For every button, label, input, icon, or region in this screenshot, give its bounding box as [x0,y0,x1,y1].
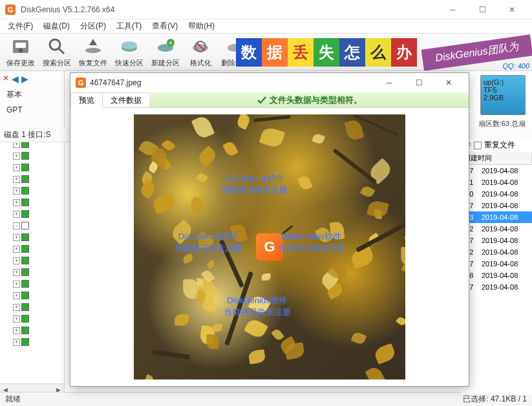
expand-icon[interactable]: + [13,246,20,253]
tree-color-icon [21,245,29,253]
tool-search[interactable]: 搜索分区 [39,35,75,69]
file-row[interactable]: :012019-04-08 [461,176,532,188]
nav-back-icon[interactable]: ◀ [12,74,19,84]
file-row[interactable]: :132019-04-08 [461,211,532,223]
tree-row[interactable]: + [0,290,64,301]
tree-color-icon [21,326,29,334]
file-row[interactable]: :272019-04-08 [461,258,532,270]
partition-name: up(G:) [484,78,522,86]
tree-color-icon [21,175,29,183]
tree-row[interactable]: + [0,162,64,173]
menu-file[interactable]: 文件(F) [3,19,38,33]
expand-icon[interactable]: + [13,234,20,241]
statusbar: 就绪 已选择: 47.1KB / 1 [0,392,532,406]
tree-color-icon [21,303,29,311]
check-icon [257,95,267,105]
tool-format[interactable]: 格式化 [184,35,217,69]
left-gpt[interactable]: GPT [0,103,64,117]
preview-close[interactable]: ✕ [434,73,463,92]
file-row[interactable]: :522019-04-08 [461,246,532,258]
svg-text:G: G [8,6,14,14]
format-icon [190,36,211,57]
file-row[interactable]: :322019-04-08 [461,223,532,235]
tree-row[interactable]: + [0,301,64,313]
nav-fwd-icon[interactable]: ▶ [21,74,28,84]
expand-icon[interactable]: + [13,304,20,311]
tree-row[interactable]: - [0,220,64,231]
expand-icon[interactable]: + [13,176,20,183]
tree-row[interactable]: + [0,255,64,266]
tree-row[interactable]: + [0,197,64,208]
tree-row[interactable]: + [0,173,64,185]
close-button[interactable]: ✕ [497,0,527,19]
menu-disk[interactable]: 磁盘(D) [38,19,75,33]
left-basic[interactable]: 基本 [0,87,64,103]
app-icon: G [5,5,16,15]
tree-row[interactable]: + [0,313,64,325]
expand-icon[interactable]: + [13,153,20,160]
banner-char: 丢 [288,38,314,67]
window-title: DiskGenius V5.1.2.766 x64 [21,5,438,14]
file-row[interactable]: :272019-04-08 [461,281,532,293]
preview-minimize[interactable]: ─ [374,73,404,92]
expand-icon[interactable]: + [13,211,20,218]
menu-partition[interactable]: 分区(P) [75,19,111,33]
tree-color-icon [21,257,29,264]
tree-row[interactable]: + [0,231,64,243]
menu-tools[interactable]: 工具(T) [111,19,147,33]
svg-point-7 [85,48,101,53]
column-header[interactable]: 创建时间 [461,152,532,165]
file-row[interactable]: :372019-04-08 [461,165,532,176]
tree-row[interactable]: + [0,325,64,336]
tool-new[interactable]: +新建分区 [147,35,184,69]
file-row[interactable]: :572019-04-08 [461,200,532,211]
tab-preview[interactable]: 预览 [70,92,103,108]
tool-save[interactable]: 保存更改 [3,35,39,69]
tree-row[interactable]: + [0,336,64,348]
preview-titlebar[interactable]: G 46747647.jpeg ─ ☐ ✕ [70,73,469,92]
expand-icon[interactable]: + [13,269,20,276]
sector-info: 扇区数:63 总扇 [478,119,526,129]
minimize-button[interactable]: ─ [438,0,467,19]
tool-recover[interactable]: 恢复文件 [75,35,111,69]
expand-icon[interactable]: - [13,222,20,230]
dup-checkbox[interactable] [474,142,482,149]
tree-color-icon [21,280,29,288]
file-row[interactable]: :182019-04-08 [461,270,532,281]
svg-text:G: G [78,79,84,87]
preview-image: G DiskGenius软件当前拷贝尚未注册 DiskGenius软件当前拷贝尚… [134,114,405,379]
expand-icon[interactable]: + [13,315,20,323]
tree-row[interactable]: + [0,185,64,197]
menu-view[interactable]: 查看(V) [147,19,183,33]
expand-icon[interactable]: + [13,327,20,334]
expand-icon[interactable]: + [13,339,20,346]
tree-row[interactable]: + [0,208,64,220]
maximize-button[interactable]: ☐ [467,0,497,19]
expand-icon[interactable]: + [13,164,20,171]
tree-row[interactable]: + [0,266,64,278]
file-row[interactable]: :202019-04-08 [461,188,532,200]
nav-close-icon[interactable]: ✕ [3,74,9,84]
banner-qq: QQ: 400 [502,62,529,70]
tree-color-icon [21,152,29,160]
expand-icon[interactable]: + [13,187,20,195]
tab-filedata[interactable]: 文件数据 [102,92,150,107]
expand-icon[interactable]: + [13,292,20,299]
tool-quick[interactable]: 快速分区 [111,35,147,69]
tree-row[interactable]: + [0,150,64,162]
preview-maximize[interactable]: ☐ [404,73,434,92]
expand-icon[interactable]: + [13,257,20,264]
menu-help[interactable]: 帮助(H) [183,19,220,33]
tree-row[interactable]: + [0,243,64,255]
toolbar: 保存更改 搜索分区 恢复文件 快速分区 +新建分区 格式化 ×删除分区 备份分区… [0,34,532,71]
tree-row[interactable]: + [0,278,64,290]
preview-status: 文件头数据与类型相符。 [149,92,469,107]
partition-block[interactable]: up(G:) TFS 2.9GB [480,75,526,115]
banner-char: 失 [314,38,339,67]
expand-icon[interactable]: + [13,199,20,206]
file-row[interactable]: :272019-04-08 [461,235,532,246]
menubar: 文件(F) 磁盘(D) 分区(P) 工具(T) 查看(V) 帮助(H) [0,19,532,34]
file-header-row: 件 重复文件 [461,138,532,152]
col-created: 创建时间 [461,153,532,163]
expand-icon[interactable]: + [13,281,20,288]
